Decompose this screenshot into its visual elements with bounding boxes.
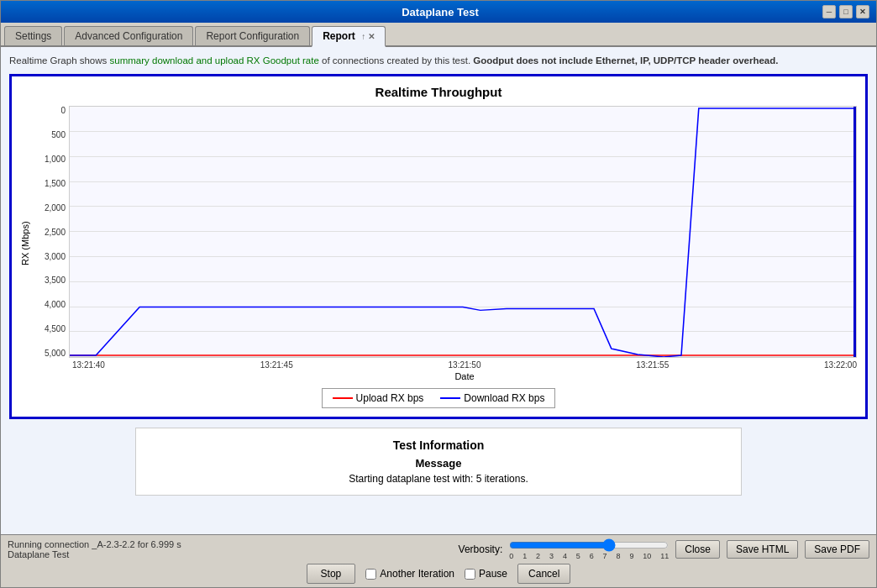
test-info-title: Test Information <box>146 438 731 452</box>
x-axis-area: 13:21:40 13:21:45 13:21:50 13:21:55 13:2… <box>72 358 857 370</box>
status-text: Running connection _A-2.3-2.2 for 6.999 … <box>8 539 181 559</box>
legend-download: Download RX bps <box>440 392 544 404</box>
minimize-button[interactable]: ─ <box>822 5 836 18</box>
chart-plot: 5,000 4,500 4,000 3,500 3,000 2,500 2,00… <box>34 106 857 358</box>
x-ticks: 13:21:40 13:21:45 13:21:50 13:21:55 13:2… <box>72 358 857 370</box>
action-row: Stop Another Iteration Pause Cancel <box>8 564 869 584</box>
cancel-button[interactable]: Cancel <box>517 564 570 584</box>
chart-with-axes: 5,000 4,500 4,000 3,500 3,000 2,500 2,00… <box>34 106 857 381</box>
pause-checkbox[interactable] <box>465 569 475 580</box>
y-ticks: 5,000 4,500 4,000 3,500 3,000 2,500 2,00… <box>34 106 69 358</box>
chart-svg <box>70 107 856 357</box>
scrollable-content[interactable]: Realtime Graph shows summary download an… <box>1 47 876 534</box>
plot-area <box>69 106 857 358</box>
save-html-button[interactable]: Save HTML <box>727 540 798 559</box>
titlebar: Dataplane Test ─ □ ✕ <box>1 1 876 23</box>
upload-line-icon <box>333 397 353 399</box>
test-info-message-label: Message <box>146 457 731 470</box>
download-line-icon <box>440 397 460 399</box>
tab-close-icon[interactable]: ↑ ✕ <box>361 32 375 41</box>
info-text: Realtime Graph shows summary download an… <box>9 54 868 67</box>
status-right: Verbosity: 0 1 2 3 4 5 6 7 8 <box>459 538 869 560</box>
maximize-button[interactable]: □ <box>839 5 853 18</box>
verbosity-slider[interactable] <box>509 538 669 552</box>
status-row: Running connection _A-2.3-2.2 for 6.999 … <box>8 538 869 560</box>
bottom-bar: Running connection _A-2.3-2.2 for 6.999 … <box>1 534 876 587</box>
window-controls: ─ □ ✕ <box>822 5 869 18</box>
status-line1: Running connection _A-2.3-2.2 for 6.999 … <box>8 539 181 549</box>
x-axis-label: Date <box>72 371 857 381</box>
test-info-section: Test Information Message Starting datapl… <box>135 428 742 496</box>
verbosity-slider-container: 0 1 2 3 4 5 6 7 8 9 10 11 <box>509 538 669 560</box>
y-axis-label: RX (Mbps) <box>20 106 30 381</box>
chart-title: Realtime Throughput <box>20 85 857 99</box>
chart-legend: Upload RX bps Download RX bps <box>322 388 556 408</box>
test-info-message: Starting dataplane test with: 5 iteratio… <box>146 473 731 485</box>
main-window: Dataplane Test ─ □ ✕ Settings Advanced C… <box>0 0 877 588</box>
tab-settings[interactable]: Settings <box>4 26 62 45</box>
tab-report-configuration[interactable]: Report Configuration <box>195 26 310 45</box>
pause-label[interactable]: Pause <box>465 568 507 580</box>
tab-bar: Settings Advanced Configuration Report C… <box>1 23 876 47</box>
status-line2: Dataplane Test <box>8 549 181 559</box>
close-button[interactable]: Close <box>675 540 720 559</box>
save-pdf-button[interactable]: Save PDF <box>805 540 869 559</box>
another-iteration-checkbox[interactable] <box>365 569 376 580</box>
verbosity-numbers: 0 1 2 3 4 5 6 7 8 9 10 11 <box>509 552 669 560</box>
legend-upload: Upload RX bps <box>333 392 424 404</box>
chart-area: RX (Mbps) 5,000 4,500 4,000 3,500 3,000 … <box>20 106 857 381</box>
tab-advanced-configuration[interactable]: Advanced Configuration <box>64 26 193 45</box>
content-area: Realtime Graph shows summary download an… <box>1 47 876 587</box>
tab-report[interactable]: Report ↑ ✕ <box>312 26 386 47</box>
chart-container: Realtime Throughput RX (Mbps) 5,000 4,50… <box>9 74 868 419</box>
stop-button[interactable]: Stop <box>307 564 356 584</box>
verbosity-label: Verbosity: <box>459 543 503 555</box>
close-button[interactable]: ✕ <box>856 5 869 18</box>
another-iteration-label[interactable]: Another Iteration <box>365 568 454 580</box>
window-title: Dataplane Test <box>58 6 822 18</box>
